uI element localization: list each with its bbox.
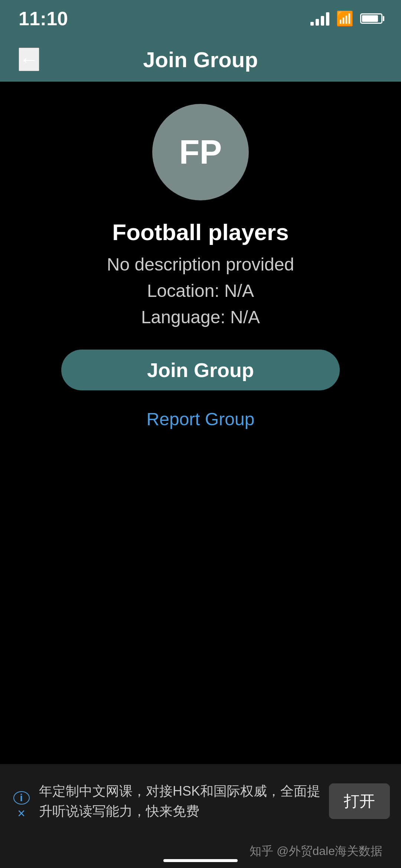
info-icon: i xyxy=(13,791,30,805)
group-name: Football players xyxy=(112,219,288,245)
back-button[interactable]: ← xyxy=(19,48,39,71)
group-location: Location: N/A xyxy=(147,281,254,301)
ad-banner: i × 年定制中文网课，对接HSK和国际权威，全面提升听说读写能力，快来免费 打… xyxy=(0,764,401,838)
wifi-icon: 📶 xyxy=(336,10,353,27)
page-title: Join Group xyxy=(143,47,258,72)
report-group-button[interactable]: Report Group xyxy=(147,409,255,429)
ad-close-icon[interactable]: × xyxy=(17,807,25,820)
bottom-bar: 知乎 @外贸dale海关数据 xyxy=(0,838,401,868)
status-bar: 11:10 📶 xyxy=(0,0,401,37)
home-indicator xyxy=(163,859,238,862)
source-text: 知乎 @外贸dale海关数据 xyxy=(250,843,382,859)
signal-icon xyxy=(310,12,329,26)
avatar: FP xyxy=(152,104,249,200)
main-content: FP Football players No description provi… xyxy=(0,82,401,452)
battery-icon xyxy=(360,13,382,24)
navigation-bar: ← Join Group xyxy=(0,37,401,82)
ad-info-icon: i × xyxy=(11,791,32,812)
group-description: No description provided xyxy=(107,254,294,275)
status-time: 11:10 xyxy=(19,7,68,30)
group-language: Language: N/A xyxy=(141,307,260,327)
join-group-button[interactable]: Join Group xyxy=(61,350,340,390)
status-icons: 📶 xyxy=(310,10,382,27)
ad-text: 年定制中文网课，对接HSK和国际权威，全面提升听说读写能力，快来免费 xyxy=(39,781,322,821)
ad-open-button[interactable]: 打开 xyxy=(329,783,390,819)
avatar-initials: FP xyxy=(179,133,222,171)
